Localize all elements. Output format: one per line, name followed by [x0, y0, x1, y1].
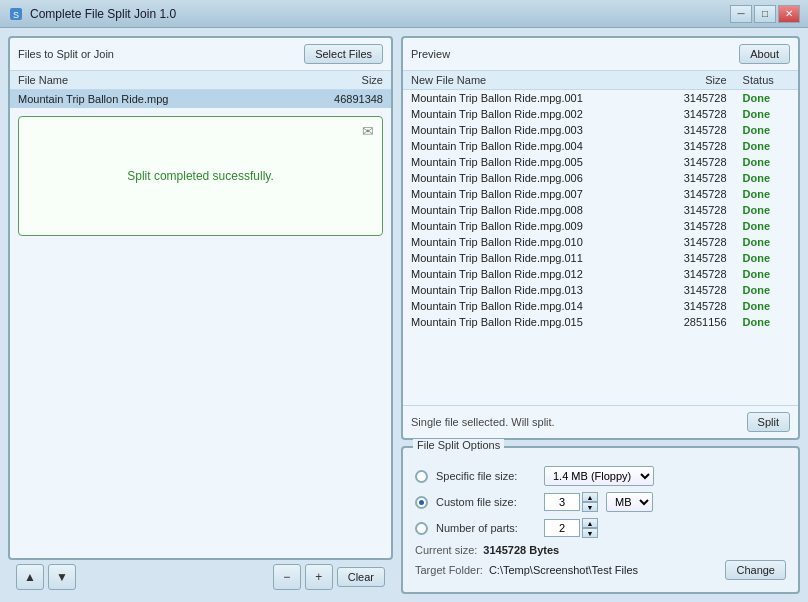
table-row[interactable]: Mountain Trip Ballon Ride.mpg.010 314572…: [403, 234, 798, 250]
app-title: Complete File Split Join 1.0: [30, 7, 730, 21]
table-row[interactable]: Mountain Trip Ballon Ride.mpg.015 285115…: [403, 314, 798, 330]
parts-radio[interactable]: [415, 522, 428, 535]
file-size-header: Size: [284, 71, 391, 90]
table-row[interactable]: Mountain Trip Ballon Ride.mpg.012 314572…: [403, 266, 798, 282]
custom-size-up[interactable]: ▲: [582, 492, 598, 502]
preview-status-cell: Done: [735, 266, 798, 282]
specific-size-select[interactable]: 1.4 MB (Floppy) 720 KB (Floppy) 100 MB 6…: [544, 466, 654, 486]
files-panel-title: Files to Split or Join: [18, 48, 114, 60]
move-up-button[interactable]: ▲: [16, 564, 44, 590]
about-button[interactable]: About: [739, 44, 790, 64]
preview-size-cell: 2851156: [655, 314, 734, 330]
table-row[interactable]: Mountain Trip Ballon Ride.mpg.008 314572…: [403, 202, 798, 218]
preview-status-cell: Done: [735, 154, 798, 170]
table-row[interactable]: Mountain Trip Ballon Ride.mpg 46891348: [10, 90, 391, 109]
current-size-row: Current size: 3145728 Bytes: [415, 544, 786, 556]
add-button[interactable]: +: [305, 564, 333, 590]
file-table: File Name Size Mountain Trip Ballon Ride…: [10, 71, 391, 108]
preview-name-cell: Mountain Trip Ballon Ride.mpg.014: [403, 298, 655, 314]
table-row[interactable]: Mountain Trip Ballon Ride.mpg.011 314572…: [403, 250, 798, 266]
table-row[interactable]: Mountain Trip Ballon Ride.mpg.001 314572…: [403, 90, 798, 107]
preview-size-cell: 3145728: [655, 282, 734, 298]
table-row[interactable]: Mountain Trip Ballon Ride.mpg.005 314572…: [403, 154, 798, 170]
minus-icon: −: [283, 570, 290, 584]
preview-status-cell: Done: [735, 314, 798, 330]
move-down-button[interactable]: ▼: [48, 564, 76, 590]
preview-name-cell: Mountain Trip Ballon Ride.mpg.007: [403, 186, 655, 202]
preview-status-cell: Done: [735, 122, 798, 138]
up-arrow-icon: ▲: [24, 570, 36, 584]
preview-size-cell: 3145728: [655, 250, 734, 266]
preview-name-header: New File Name: [403, 71, 655, 90]
bottom-controls: ▲ ▼ − + Clear: [8, 560, 393, 594]
preview-size-cell: 3145728: [655, 234, 734, 250]
custom-size-label: Custom file size:: [436, 496, 536, 508]
change-folder-button[interactable]: Change: [725, 560, 786, 580]
file-size-cell: 46891348: [284, 90, 391, 109]
specific-size-row: Specific file size: 1.4 MB (Floppy) 720 …: [415, 466, 786, 486]
custom-size-row: Custom file size: ▲ ▼ MB KB GB: [415, 492, 786, 512]
parts-input[interactable]: [544, 519, 580, 537]
preview-name-cell: Mountain Trip Ballon Ride.mpg.004: [403, 138, 655, 154]
table-row[interactable]: Mountain Trip Ballon Ride.mpg.004 314572…: [403, 138, 798, 154]
preview-size-cell: 3145728: [655, 106, 734, 122]
close-button[interactable]: ✕: [778, 5, 800, 23]
preview-name-cell: Mountain Trip Ballon Ride.mpg.002: [403, 106, 655, 122]
specific-size-radio[interactable]: [415, 470, 428, 483]
custom-size-input[interactable]: [544, 493, 580, 511]
parts-spinner-btns: ▲ ▼: [582, 518, 598, 538]
preview-size-cell: 3145728: [655, 266, 734, 282]
window-controls: ─ □ ✕: [730, 5, 800, 23]
preview-size-cell: 3145728: [655, 170, 734, 186]
preview-table: New File Name Size Status Mountain Trip …: [403, 71, 798, 330]
parts-down[interactable]: ▼: [582, 528, 598, 538]
preview-status-cell: Done: [735, 106, 798, 122]
preview-name-cell: Mountain Trip Ballon Ride.mpg.010: [403, 234, 655, 250]
log-area: ✉ Split completed sucessfully.: [18, 116, 383, 236]
custom-size-unit[interactable]: MB KB GB: [606, 492, 653, 512]
table-row[interactable]: Mountain Trip Ballon Ride.mpg.002 314572…: [403, 106, 798, 122]
preview-name-cell: Mountain Trip Ballon Ride.mpg.013: [403, 282, 655, 298]
title-bar: S Complete File Split Join 1.0 ─ □ ✕: [0, 0, 808, 28]
preview-size-cell: 3145728: [655, 154, 734, 170]
select-files-button[interactable]: Select Files: [304, 44, 383, 64]
target-folder-row: Target Folder: C:\Temp\Screenshot\Test F…: [415, 560, 786, 580]
files-panel: Files to Split or Join Select Files File…: [8, 36, 393, 560]
custom-size-spinner: ▲ ▼: [544, 492, 598, 512]
preview-status-cell: Done: [735, 186, 798, 202]
preview-size-cell: 3145728: [655, 218, 734, 234]
preview-status-cell: Done: [735, 218, 798, 234]
svg-text:S: S: [13, 10, 19, 20]
preview-status: Single file sellected. Will split.: [411, 416, 555, 428]
parts-row: Number of parts: ▲ ▼: [415, 518, 786, 538]
table-row[interactable]: Mountain Trip Ballon Ride.mpg.009 314572…: [403, 218, 798, 234]
target-folder-label: Target Folder:: [415, 564, 483, 576]
right-panel: Preview About New File Name Size Status …: [401, 36, 800, 594]
preview-size-cell: 3145728: [655, 90, 734, 107]
table-row[interactable]: Mountain Trip Ballon Ride.mpg.006 314572…: [403, 170, 798, 186]
remove-button[interactable]: −: [273, 564, 301, 590]
preview-name-cell: Mountain Trip Ballon Ride.mpg.008: [403, 202, 655, 218]
preview-name-cell: Mountain Trip Ballon Ride.mpg.005: [403, 154, 655, 170]
parts-label: Number of parts:: [436, 522, 536, 534]
maximize-button[interactable]: □: [754, 5, 776, 23]
preview-table-container[interactable]: New File Name Size Status Mountain Trip …: [403, 71, 798, 405]
custom-size-down[interactable]: ▼: [582, 502, 598, 512]
main-content: Files to Split or Join Select Files File…: [0, 28, 808, 602]
minimize-button[interactable]: ─: [730, 5, 752, 23]
down-arrow-icon: ▼: [56, 570, 68, 584]
preview-status-cell: Done: [735, 202, 798, 218]
table-row[interactable]: Mountain Trip Ballon Ride.mpg.014 314572…: [403, 298, 798, 314]
options-title: File Split Options: [413, 439, 504, 451]
custom-size-radio[interactable]: [415, 496, 428, 509]
clear-button[interactable]: Clear: [337, 567, 385, 587]
preview-size-cell: 3145728: [655, 138, 734, 154]
split-button[interactable]: Split: [747, 412, 790, 432]
file-name-cell: Mountain Trip Ballon Ride.mpg: [10, 90, 284, 109]
table-row[interactable]: Mountain Trip Ballon Ride.mpg.007 314572…: [403, 186, 798, 202]
parts-up[interactable]: ▲: [582, 518, 598, 528]
plus-icon: +: [315, 570, 322, 584]
table-row[interactable]: Mountain Trip Ballon Ride.mpg.003 314572…: [403, 122, 798, 138]
table-row[interactable]: Mountain Trip Ballon Ride.mpg.013 314572…: [403, 282, 798, 298]
preview-size-cell: 3145728: [655, 186, 734, 202]
